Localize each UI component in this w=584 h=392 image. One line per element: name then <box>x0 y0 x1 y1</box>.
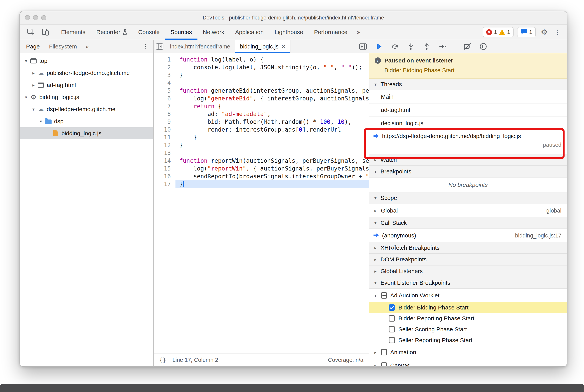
line-number[interactable]: 8 <box>154 110 171 118</box>
code-line[interactable]: } <box>175 71 369 79</box>
resume-icon[interactable] <box>374 42 384 52</box>
scope-global-row[interactable]: ▸Globalglobal <box>369 204 567 217</box>
thread-item-main[interactable]: Main <box>369 90 567 104</box>
code-line[interactable]: sendReportTo(browserSignals.interestGrou… <box>175 172 369 180</box>
checkbox-icon[interactable] <box>381 349 387 356</box>
line-number[interactable]: 1 <box>154 56 171 64</box>
tree-item-dsp-fledge-demo-glitch-me[interactable]: ▾☁dsp-fledge-demo.glitch.me <box>20 103 153 115</box>
toggle-navigator-panel-icon[interactable] <box>154 40 165 53</box>
code-line[interactable]: function generateBid(interestGroup, auct… <box>175 87 369 94</box>
line-number[interactable]: 9 <box>154 118 171 126</box>
minimize-window-button[interactable] <box>33 15 38 20</box>
code-line[interactable]: } <box>175 141 369 149</box>
editor-tab-index-html-fencedframe[interactable]: index.html?fencedframe <box>165 40 235 53</box>
step-out-icon[interactable] <box>422 42 432 52</box>
code-line[interactable]: } <box>175 134 369 141</box>
elb-group-ad-auction-worklet[interactable]: ▾Ad Auction Worklet <box>369 289 567 302</box>
line-number-gutter[interactable]: 1234567891011121314151617 <box>154 53 175 353</box>
pause-on-exceptions-icon[interactable] <box>478 42 488 52</box>
call-stack-frame[interactable]: (anonymous)bidding_logic.js:17 <box>369 229 567 242</box>
tree-item-dsp[interactable]: ▾dsp <box>20 115 153 127</box>
navigator-menu-icon[interactable]: ⋮ <box>138 43 153 50</box>
console-errors-warnings-badge[interactable]: × 1 ! 1 <box>483 27 514 37</box>
line-number[interactable]: 15 <box>154 165 171 172</box>
tree-item-bidding-logic-js[interactable]: ▾⚙bidding_logic.js <box>20 91 153 103</box>
section-event-listener-breakpoints[interactable]: ▾Event Listener Breakpoints <box>369 277 567 289</box>
tab-recorder[interactable]: Recorder <box>91 24 133 40</box>
elb-item-bidder-bidding-phase-start[interactable]: Bidder Bidding Phase Start <box>369 302 567 313</box>
step-over-icon[interactable] <box>390 42 400 52</box>
elb-group-animation[interactable]: ▸Animation <box>369 346 567 359</box>
tab-elements[interactable]: Elements <box>56 24 91 40</box>
section-scope[interactable]: ▾Scope <box>369 192 567 204</box>
toggle-debugger-panel-icon[interactable] <box>357 40 369 53</box>
tab-performance[interactable]: Performance <box>309 24 353 40</box>
line-number[interactable]: 2 <box>154 64 171 71</box>
code-line[interactable]: log("reportWin", { auctionSignals, perBu… <box>175 165 369 172</box>
step-icon[interactable] <box>438 42 448 52</box>
code-content[interactable]: function log(label, o) { console.log(lab… <box>175 53 369 353</box>
section-threads[interactable]: ▾Threads <box>369 79 567 90</box>
navigator-tab-page[interactable]: Page <box>21 40 44 53</box>
elb-group-canvas[interactable]: ▸Canvas <box>369 359 567 366</box>
settings-gear-icon[interactable]: ⚙ <box>539 28 549 36</box>
code-line[interactable]: ad: "ad-metadata", <box>175 110 369 118</box>
elb-item-seller-scoring-phase-start[interactable]: Seller Scoring Phase Start <box>369 324 567 335</box>
deactivate-breakpoints-icon[interactable] <box>462 42 472 52</box>
code-line[interactable]: bid: Math.floor(Math.random() * 100, 10)… <box>175 118 369 126</box>
line-number[interactable]: 11 <box>154 134 171 141</box>
elb-item-bidder-reporting-phase-start[interactable]: Bidder Reporting Phase Start <box>369 313 567 324</box>
section-watch[interactable]: ▸Watch <box>369 154 567 166</box>
pretty-print-button[interactable]: {} <box>159 356 166 364</box>
code-line[interactable]: render: interestGroup.ads[0].renderUrl <box>175 126 369 134</box>
close-tab-icon[interactable]: × <box>282 43 285 50</box>
editor-tab-bidding-logic-js[interactable]: bidding_logic.js× <box>235 40 290 53</box>
checkbox-icon[interactable] <box>389 315 395 322</box>
code-line[interactable]: log("generateBid", { interestGroup, auct… <box>175 94 369 102</box>
checkbox-icon[interactable] <box>389 304 395 311</box>
checkbox-icon[interactable] <box>381 292 387 298</box>
tab-lighthouse[interactable]: Lighthouse <box>269 24 309 40</box>
section-xhr-fetch-breakpoints[interactable]: ▸XHR/fetch Breakpoints <box>369 242 567 254</box>
tree-item-top[interactable]: ▾top <box>20 55 153 67</box>
line-number[interactable]: 10 <box>154 126 171 134</box>
line-number[interactable]: 3 <box>154 71 171 79</box>
line-number[interactable]: 4 <box>154 79 171 87</box>
section-call-stack[interactable]: ▾Call Stack <box>369 217 567 229</box>
elb-item-seller-reporting-phase-start[interactable]: Seller Reporting Phase Start <box>369 335 567 346</box>
code-line[interactable]: return { <box>175 102 369 110</box>
line-number[interactable]: 14 <box>154 157 171 165</box>
more-options-icon[interactable]: ⋮ <box>553 28 562 36</box>
zoom-window-button[interactable] <box>41 15 46 20</box>
tab-console[interactable]: Console <box>133 24 165 40</box>
device-toolbar-icon[interactable] <box>40 27 51 38</box>
section-breakpoints[interactable]: ▾Breakpoints <box>369 166 567 178</box>
code-line[interactable]: console.log(label, JSON.stringify(o, " "… <box>175 64 369 71</box>
code-editor[interactable]: 1234567891011121314151617 function log(l… <box>154 53 369 353</box>
inspect-element-icon[interactable] <box>25 27 36 38</box>
line-number[interactable]: 5 <box>154 87 171 94</box>
tree-item-bidding-logic-js[interactable]: bidding_logic.js <box>20 127 153 139</box>
line-number[interactable]: 6 <box>154 94 171 102</box>
tab-application[interactable]: Application <box>230 24 269 40</box>
tree-item-ad-tag-html[interactable]: ▸ad-tag.html <box>20 79 153 91</box>
navigator-tab-filesystem[interactable]: Filesystem <box>44 40 81 53</box>
checkbox-icon[interactable] <box>389 326 395 332</box>
more-navigator-tabs-chevron[interactable]: » <box>81 43 93 50</box>
tab-sources[interactable]: Sources <box>165 24 197 40</box>
section-dom-breakpoints[interactable]: ▸DOM Breakpoints <box>369 254 567 266</box>
issues-badge[interactable]: 1 <box>517 27 536 37</box>
step-into-icon[interactable] <box>406 42 416 52</box>
thread-item-ad-tag-html[interactable]: ad-tag.html <box>369 104 567 117</box>
thread-item-active[interactable]: https://dsp-fledge-demo.glitch.me/dsp/bi… <box>369 130 567 154</box>
code-line[interactable]: function reportWin(auctionSignals, perBu… <box>175 157 369 165</box>
code-line[interactable]: function log(label, o) { <box>175 56 369 64</box>
line-number[interactable]: 7 <box>154 102 171 110</box>
checkbox-icon[interactable] <box>389 337 395 343</box>
close-window-button[interactable] <box>25 15 30 20</box>
checkbox-icon[interactable] <box>381 362 387 366</box>
line-number[interactable]: 17 <box>154 180 171 188</box>
code-line[interactable] <box>175 79 369 87</box>
more-panels-chevron[interactable]: » <box>353 24 364 40</box>
line-number[interactable]: 16 <box>154 172 171 180</box>
